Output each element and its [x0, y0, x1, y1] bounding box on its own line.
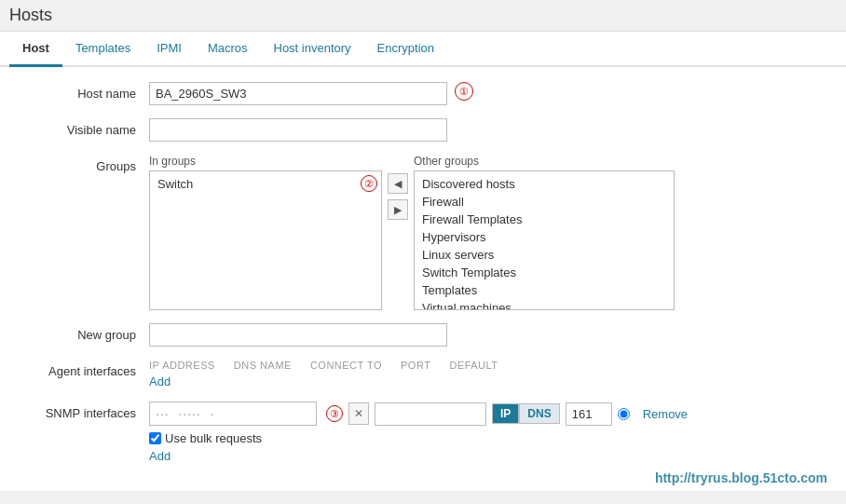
tab-host[interactable]: Host — [9, 32, 62, 67]
groups-section: In groups Switch ② ◀ ▶ Other groups Dis — [149, 155, 675, 310]
tab-ipmi[interactable]: IPMI — [143, 32, 195, 67]
hostname-badge: ① — [455, 82, 473, 101]
ip-dns-toggle: IP DNS — [492, 403, 560, 424]
groups-row: Groups In groups Switch ② ◀ ▶ — [19, 155, 827, 310]
watermark: http://tryrus.blog.51cto.com — [655, 470, 827, 485]
agent-col-port: PORT — [401, 360, 430, 371]
snmp-port-input[interactable] — [566, 402, 612, 426]
in-groups-item-switch: Switch — [154, 175, 377, 193]
groups-arrows: ◀ ▶ — [382, 173, 414, 220]
other-group-templates: Templates — [418, 281, 670, 299]
other-group-firewall-templates: Firewall Templates — [418, 211, 670, 228]
bulk-requests-text: Use bulk requests — [165, 431, 262, 445]
tab-macros[interactable]: Macros — [195, 32, 261, 67]
agent-interfaces-header: IP ADDRESS DNS NAME CONNECT TO PORT DEFA… — [149, 360, 498, 371]
visiblename-input[interactable] — [149, 118, 447, 142]
other-group-linux-servers: Linux servers — [418, 246, 670, 264]
agent-col-ip: IP ADDRESS — [149, 360, 215, 371]
agent-col-connect: CONNECT TO — [310, 360, 382, 371]
snmp-interface-row: ③ ✕ IP DNS Remove — [149, 402, 688, 426]
agent-add-link[interactable]: Add — [149, 375, 171, 388]
snmp-interfaces-label: SNMP interfaces — [19, 402, 149, 420]
in-groups-list[interactable]: Switch ② — [149, 170, 382, 310]
bulk-requests-label[interactable]: Use bulk requests — [149, 431, 262, 445]
main-content: Host Templates IPMI Macros Host inventor… — [0, 32, 846, 491]
form-area: Host name ① Visible name Groups In group… — [0, 67, 846, 491]
snmp-ip-input[interactable] — [149, 402, 317, 426]
tab-host-inventory[interactable]: Host inventory — [261, 32, 364, 67]
agent-interfaces-label: Agent interfaces — [19, 360, 149, 378]
new-group-input[interactable] — [149, 323, 447, 347]
agent-col-dns: DNS NAME — [234, 360, 292, 371]
visiblename-label: Visible name — [19, 118, 149, 137]
agent-interfaces-wrap: IP ADDRESS DNS NAME CONNECT TO PORT DEFA… — [149, 360, 827, 388]
snmp-badge: ③ — [326, 405, 343, 422]
snmp-default-radio[interactable] — [618, 408, 630, 420]
snmp-connect-input[interactable] — [375, 402, 486, 426]
hostname-label: Host name — [19, 82, 149, 101]
visiblename-wrap — [149, 118, 827, 142]
other-group-hypervisors: Hypervisors — [418, 228, 670, 246]
in-groups-badge: ② — [361, 175, 377, 192]
groups-wrap: In groups Switch ② ◀ ▶ Other groups Dis — [149, 155, 827, 310]
page-header: Hosts — [0, 0, 846, 32]
snmp-interfaces-row: SNMP interfaces ③ ✕ IP DNS Remove — [19, 402, 827, 463]
agent-col-default: DEFAULT — [449, 360, 498, 371]
snmp-bulk-row: Use bulk requests — [149, 431, 262, 445]
page-title: Hosts — [9, 6, 52, 24]
groups-label: Groups — [19, 155, 149, 173]
new-group-row: New group — [19, 323, 827, 347]
snmp-add-link[interactable]: Add — [149, 449, 171, 463]
visiblename-row: Visible name — [19, 118, 827, 142]
agent-interfaces-row: Agent interfaces IP ADDRESS DNS NAME CON… — [19, 360, 827, 388]
tab-templates[interactable]: Templates — [62, 32, 143, 67]
hostname-input[interactable] — [149, 82, 447, 105]
move-left-button[interactable]: ◀ — [388, 173, 408, 194]
hostname-row: Host name ① — [19, 82, 827, 105]
bulk-requests-checkbox[interactable] — [149, 432, 161, 444]
snmp-interfaces-wrap: ③ ✕ IP DNS Remove Use b — [149, 402, 827, 463]
other-group-discovered-hosts: Discovered hosts — [418, 175, 670, 193]
other-groups-col: Other groups Discovered hosts Firewall F… — [414, 155, 675, 310]
other-groups-list[interactable]: Discovered hosts Firewall Firewall Templ… — [414, 170, 675, 310]
tab-encryption[interactable]: Encryption — [364, 32, 447, 67]
snmp-remove-link[interactable]: Remove — [643, 407, 688, 421]
other-group-firewall: Firewall — [418, 193, 670, 211]
other-group-virtual-machines: Virtual machines — [418, 299, 670, 310]
new-group-label: New group — [19, 323, 149, 342]
hostname-wrap: ① — [149, 82, 827, 105]
new-group-wrap — [149, 323, 827, 347]
move-right-button[interactable]: ▶ — [388, 199, 408, 220]
in-groups-label: In groups — [149, 155, 382, 168]
snmp-clear-button[interactable]: ✕ — [348, 402, 369, 425]
in-groups-col: In groups Switch ② — [149, 155, 382, 310]
other-groups-label: Other groups — [414, 155, 675, 168]
tabs-bar: Host Templates IPMI Macros Host inventor… — [0, 32, 846, 67]
snmp-default-radio-input[interactable] — [618, 408, 630, 420]
ip-toggle-button[interactable]: IP — [492, 403, 519, 424]
dns-toggle-button[interactable]: DNS — [519, 403, 559, 424]
other-group-switch-templates: Switch Templates — [418, 264, 670, 281]
